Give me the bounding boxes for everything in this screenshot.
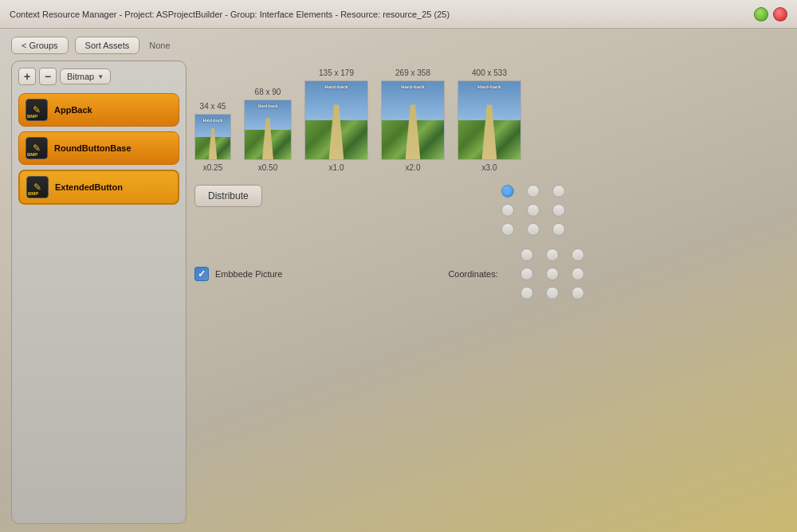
image-title-3: Hard-back — [401, 84, 424, 89]
coord-radio-1-0[interactable] — [520, 268, 533, 280]
content-row: + − Bitmap ▼ ✎ BMP AppBack — [11, 61, 786, 524]
bmp-label: BMP — [27, 152, 37, 157]
image-title-2: Hard-back — [324, 84, 347, 89]
image-dims-2: 135 x 179 — [319, 68, 354, 77]
window-title: Context Resource Manager - Project: ASPr… — [10, 10, 450, 19]
item-icon-appback: ✎ BMP — [26, 99, 48, 121]
radio-1-1[interactable] — [527, 204, 540, 217]
radio-grid — [501, 185, 565, 236]
image-thumb-4[interactable]: Hard-back — [457, 80, 521, 160]
top-toolbar: < Groups Sort Assets None — [11, 37, 786, 54]
radio-0-0[interactable] — [501, 185, 514, 198]
coord-radio-0-1[interactable] — [546, 248, 559, 261]
radio-0-1[interactable] — [527, 185, 540, 198]
groups-button[interactable]: < Groups — [11, 37, 69, 54]
image-dims-4: 400 x 533 — [472, 68, 507, 77]
distribute-button[interactable]: Distribute — [194, 185, 262, 207]
left-panel: + − Bitmap ▼ ✎ BMP AppBack — [11, 61, 186, 524]
radio-2-1[interactable] — [527, 223, 540, 236]
image-title-1: Hard-back — [258, 104, 277, 108]
minimize-button[interactable] — [754, 7, 768, 22]
add-item-button[interactable]: + — [18, 68, 36, 85]
coord-radio-row-0 — [520, 248, 584, 261]
image-title-4: Hard-back — [477, 84, 501, 89]
radio-row-2 — [501, 223, 565, 236]
coord-radio-2-1[interactable] — [546, 287, 559, 299]
bmp-label: BMP — [27, 114, 37, 119]
type-dropdown[interactable]: Bitmap ▼ — [60, 68, 111, 84]
image-scale-3: x2.0 — [406, 163, 421, 172]
embed-picture-label: Embbede Picture — [215, 269, 282, 279]
image-thumb-1[interactable]: Hard-back — [244, 100, 292, 160]
controls-row-2: ✓ Embbede Picture Coordinates: — [194, 248, 786, 299]
image-item-1: 68 x 90 Hard-back x0.50 — [244, 88, 292, 172]
image-dims-3: 269 x 358 — [395, 68, 430, 77]
image-item-0: 34 x 45 Hard-back x0.25 — [194, 102, 231, 172]
coord-radio-2-0[interactable] — [520, 287, 533, 299]
item-label-appback: AppBack — [54, 105, 92, 115]
image-thumb-0[interactable]: Hard-back — [194, 114, 231, 160]
list-item[interactable]: ✎ BMP ExtendedButton — [18, 170, 179, 205]
radio-1-2[interactable] — [552, 204, 565, 217]
image-dims-0: 34 x 45 — [200, 102, 226, 111]
title-bar: Context Resource Manager - Project: ASPr… — [0, 0, 797, 29]
item-icon-extendedbutton: ✎ BMP — [26, 176, 49, 198]
embed-picture-checkbox[interactable]: ✓ — [194, 267, 209, 281]
radio-row-1 — [501, 204, 565, 217]
radio-2-0[interactable] — [501, 223, 514, 236]
radio-row-0 — [501, 185, 565, 198]
radio-1-0[interactable] — [501, 204, 514, 217]
image-scale-1: x0.50 — [258, 163, 277, 172]
radio-0-2[interactable] — [552, 185, 565, 198]
image-item-3: 269 x 358 Hard-back x2.0 — [381, 68, 445, 172]
bmp-label: BMP — [28, 191, 38, 196]
coordinates-radio-grid — [520, 248, 584, 299]
list-item[interactable]: ✎ BMP RoundButtonBase — [18, 131, 179, 165]
sort-assets-button[interactable]: Sort Assets — [75, 37, 140, 54]
image-item-2: 135 x 179 Hard-back x1.0 — [304, 68, 368, 172]
remove-item-button[interactable]: − — [39, 68, 57, 85]
item-icon-roundbutton: ✎ BMP — [26, 137, 48, 159]
coordinates-label: Coordinates: — [448, 269, 497, 279]
image-scale-0: x0.25 — [203, 163, 222, 172]
controls-row-1: Distribute — [194, 185, 786, 236]
image-item-4: 400 x 533 Hard-back x3.0 — [457, 68, 521, 172]
close-button[interactable] — [773, 7, 787, 22]
image-scale-4: x3.0 — [482, 163, 497, 172]
coord-radio-0-2[interactable] — [571, 248, 584, 261]
image-dims-1: 68 x 90 — [255, 88, 281, 96]
image-thumb-3[interactable]: Hard-back — [381, 80, 445, 160]
coord-radio-1-2[interactable] — [571, 268, 584, 280]
right-panel: 34 x 45 Hard-back x0.25 68 x 90 — [194, 61, 786, 524]
image-strip: 34 x 45 Hard-back x0.25 68 x 90 — [194, 61, 786, 175]
list-item[interactable]: ✎ BMP AppBack — [18, 93, 179, 127]
coord-radio-row-1 — [520, 268, 584, 280]
coord-radio-2-2[interactable] — [571, 287, 584, 299]
item-label-roundbutton: RoundButtonBase — [54, 143, 132, 153]
dropdown-arrow-icon: ▼ — [97, 73, 104, 80]
coord-radio-row-2 — [520, 287, 584, 299]
image-title-0: Hard-back — [203, 118, 222, 123]
radio-2-2[interactable] — [552, 223, 565, 236]
main-content: < Groups Sort Assets None + − Bitmap ▼ — [0, 29, 797, 532]
checkbox-check-icon: ✓ — [198, 268, 206, 280]
window-controls — [754, 7, 787, 22]
coord-radio-1-1[interactable] — [546, 268, 559, 280]
sub-toolbar: + − Bitmap ▼ — [18, 68, 179, 85]
none-label: None — [149, 41, 170, 50]
image-scale-2: x1.0 — [329, 163, 344, 172]
coord-radio-0-0[interactable] — [520, 248, 533, 261]
item-label-extendedbutton: ExtendedButton — [55, 182, 123, 192]
image-thumb-2[interactable]: Hard-back — [304, 80, 368, 160]
